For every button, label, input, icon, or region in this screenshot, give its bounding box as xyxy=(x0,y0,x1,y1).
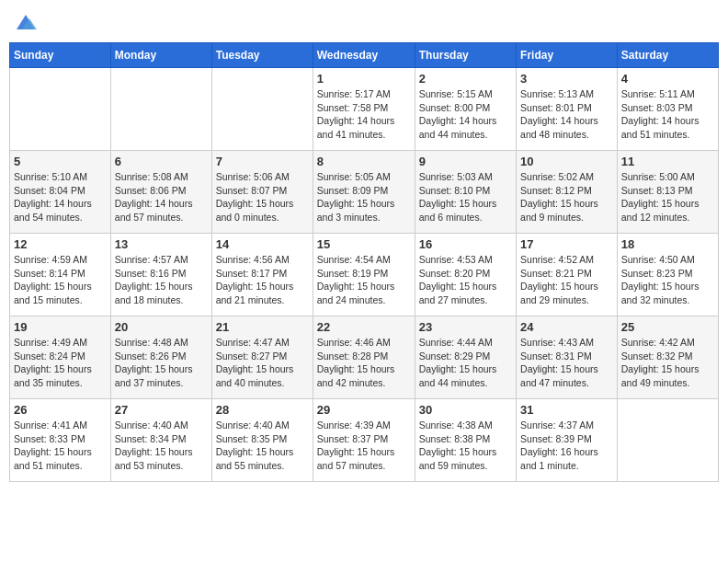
calendar-week-row: 12Sunrise: 4:59 AM Sunset: 8:14 PM Dayli… xyxy=(10,234,719,316)
day-number: 31 xyxy=(520,403,613,417)
day-info: Sunrise: 4:38 AM Sunset: 8:38 PM Dayligh… xyxy=(419,419,512,473)
calendar-cell: 29Sunrise: 4:39 AM Sunset: 8:37 PM Dayli… xyxy=(313,399,415,482)
day-number: 24 xyxy=(520,320,613,334)
calendar-cell xyxy=(10,68,111,151)
calendar-header-row: SundayMondayTuesdayWednesdayThursdayFrid… xyxy=(10,43,719,68)
logo xyxy=(13,9,42,35)
day-info: Sunrise: 4:39 AM Sunset: 8:37 PM Dayligh… xyxy=(317,419,411,473)
col-header-monday: Monday xyxy=(110,43,211,68)
day-info: Sunrise: 4:56 AM Sunset: 8:17 PM Dayligh… xyxy=(216,253,309,307)
day-number: 23 xyxy=(419,320,512,334)
calendar-table: SundayMondayTuesdayWednesdayThursdayFrid… xyxy=(9,42,719,482)
day-info: Sunrise: 4:50 AM Sunset: 8:23 PM Dayligh… xyxy=(621,253,714,307)
day-number: 11 xyxy=(621,155,714,168)
calendar-cell: 23Sunrise: 4:44 AM Sunset: 8:29 PM Dayli… xyxy=(415,316,516,399)
day-number: 19 xyxy=(14,320,107,334)
calendar-cell: 31Sunrise: 4:37 AM Sunset: 8:39 PM Dayli… xyxy=(517,399,618,482)
calendar-cell: 15Sunrise: 4:54 AM Sunset: 8:19 PM Dayli… xyxy=(313,234,415,316)
calendar-cell: 10Sunrise: 5:02 AM Sunset: 8:12 PM Dayli… xyxy=(517,151,618,234)
calendar-cell: 20Sunrise: 4:48 AM Sunset: 8:26 PM Dayli… xyxy=(110,316,211,399)
day-info: Sunrise: 4:59 AM Sunset: 8:14 PM Dayligh… xyxy=(14,253,107,307)
day-number: 25 xyxy=(621,320,714,334)
day-number: 30 xyxy=(419,403,512,417)
day-info: Sunrise: 4:42 AM Sunset: 8:32 PM Dayligh… xyxy=(621,336,714,390)
day-number: 10 xyxy=(520,155,613,168)
day-info: Sunrise: 4:43 AM Sunset: 8:31 PM Dayligh… xyxy=(520,336,613,390)
day-info: Sunrise: 4:37 AM Sunset: 8:39 PM Dayligh… xyxy=(520,419,613,473)
calendar-cell: 17Sunrise: 4:52 AM Sunset: 8:21 PM Dayli… xyxy=(517,234,618,316)
day-number: 28 xyxy=(216,403,309,417)
col-header-wednesday: Wednesday xyxy=(313,43,415,68)
calendar-week-row: 19Sunrise: 4:49 AM Sunset: 8:24 PM Dayli… xyxy=(10,316,719,399)
logo-icon xyxy=(13,9,39,35)
calendar-cell: 1Sunrise: 5:17 AM Sunset: 7:58 PM Daylig… xyxy=(313,68,415,151)
day-info: Sunrise: 4:40 AM Sunset: 8:35 PM Dayligh… xyxy=(216,419,309,473)
day-info: Sunrise: 4:57 AM Sunset: 8:16 PM Dayligh… xyxy=(115,253,208,307)
calendar-cell: 6Sunrise: 5:08 AM Sunset: 8:06 PM Daylig… xyxy=(110,151,211,234)
day-number: 6 xyxy=(115,155,208,168)
calendar-cell: 25Sunrise: 4:42 AM Sunset: 8:32 PM Dayli… xyxy=(617,316,718,399)
day-number: 4 xyxy=(621,72,714,86)
day-info: Sunrise: 4:48 AM Sunset: 8:26 PM Dayligh… xyxy=(115,336,208,390)
calendar-cell: 18Sunrise: 4:50 AM Sunset: 8:23 PM Dayli… xyxy=(617,234,718,316)
day-info: Sunrise: 5:06 AM Sunset: 8:07 PM Dayligh… xyxy=(216,170,309,224)
calendar-cell: 13Sunrise: 4:57 AM Sunset: 8:16 PM Dayli… xyxy=(110,234,211,316)
day-number: 8 xyxy=(317,155,411,168)
calendar-cell: 8Sunrise: 5:05 AM Sunset: 8:09 PM Daylig… xyxy=(313,151,415,234)
calendar-cell xyxy=(617,399,718,482)
day-number: 9 xyxy=(419,155,512,168)
day-info: Sunrise: 4:47 AM Sunset: 8:27 PM Dayligh… xyxy=(216,336,309,390)
day-number: 18 xyxy=(621,237,714,251)
day-info: Sunrise: 5:02 AM Sunset: 8:12 PM Dayligh… xyxy=(520,170,613,224)
day-number: 22 xyxy=(317,320,411,334)
day-info: Sunrise: 5:17 AM Sunset: 7:58 PM Dayligh… xyxy=(317,87,411,142)
calendar-cell: 19Sunrise: 4:49 AM Sunset: 8:24 PM Dayli… xyxy=(10,316,111,399)
day-info: Sunrise: 5:08 AM Sunset: 8:06 PM Dayligh… xyxy=(115,170,208,224)
day-info: Sunrise: 4:49 AM Sunset: 8:24 PM Dayligh… xyxy=(14,336,107,390)
day-info: Sunrise: 4:44 AM Sunset: 8:29 PM Dayligh… xyxy=(419,336,512,390)
calendar-cell: 26Sunrise: 4:41 AM Sunset: 8:33 PM Dayli… xyxy=(10,399,111,482)
day-number: 14 xyxy=(216,237,309,251)
calendar-cell: 22Sunrise: 4:46 AM Sunset: 8:28 PM Dayli… xyxy=(313,316,415,399)
day-info: Sunrise: 4:53 AM Sunset: 8:20 PM Dayligh… xyxy=(419,253,512,307)
day-number: 29 xyxy=(317,403,411,417)
calendar-cell: 28Sunrise: 4:40 AM Sunset: 8:35 PM Dayli… xyxy=(211,399,313,482)
day-number: 12 xyxy=(14,237,107,251)
calendar-cell: 3Sunrise: 5:13 AM Sunset: 8:01 PM Daylig… xyxy=(517,68,618,151)
col-header-saturday: Saturday xyxy=(617,43,718,68)
day-number: 21 xyxy=(216,320,309,334)
day-number: 3 xyxy=(520,72,613,86)
day-number: 16 xyxy=(419,237,512,251)
day-info: Sunrise: 5:15 AM Sunset: 8:00 PM Dayligh… xyxy=(419,87,512,142)
day-info: Sunrise: 5:05 AM Sunset: 8:09 PM Dayligh… xyxy=(317,170,411,224)
day-number: 13 xyxy=(115,237,208,251)
calendar-week-row: 1Sunrise: 5:17 AM Sunset: 7:58 PM Daylig… xyxy=(10,68,719,151)
calendar-cell: 24Sunrise: 4:43 AM Sunset: 8:31 PM Dayli… xyxy=(517,316,618,399)
calendar-cell: 7Sunrise: 5:06 AM Sunset: 8:07 PM Daylig… xyxy=(211,151,313,234)
day-info: Sunrise: 5:11 AM Sunset: 8:03 PM Dayligh… xyxy=(621,87,714,142)
day-number: 27 xyxy=(115,403,208,417)
calendar-cell: 2Sunrise: 5:15 AM Sunset: 8:00 PM Daylig… xyxy=(415,68,516,151)
day-info: Sunrise: 4:46 AM Sunset: 8:28 PM Dayligh… xyxy=(317,336,411,390)
calendar-cell: 21Sunrise: 4:47 AM Sunset: 8:27 PM Dayli… xyxy=(211,316,313,399)
col-header-thursday: Thursday xyxy=(415,43,516,68)
col-header-tuesday: Tuesday xyxy=(211,43,313,68)
day-info: Sunrise: 5:00 AM Sunset: 8:13 PM Dayligh… xyxy=(621,170,714,224)
col-header-sunday: Sunday xyxy=(10,43,111,68)
calendar-cell: 5Sunrise: 5:10 AM Sunset: 8:04 PM Daylig… xyxy=(10,151,111,234)
day-number: 15 xyxy=(317,237,411,251)
calendar-cell: 4Sunrise: 5:11 AM Sunset: 8:03 PM Daylig… xyxy=(617,68,718,151)
day-info: Sunrise: 5:03 AM Sunset: 8:10 PM Dayligh… xyxy=(419,170,512,224)
header xyxy=(9,9,719,35)
day-info: Sunrise: 4:52 AM Sunset: 8:21 PM Dayligh… xyxy=(520,253,613,307)
calendar-cell xyxy=(110,68,211,151)
day-info: Sunrise: 4:41 AM Sunset: 8:33 PM Dayligh… xyxy=(14,419,107,473)
calendar-cell: 12Sunrise: 4:59 AM Sunset: 8:14 PM Dayli… xyxy=(10,234,111,316)
day-number: 2 xyxy=(419,72,512,86)
calendar-cell: 11Sunrise: 5:00 AM Sunset: 8:13 PM Dayli… xyxy=(617,151,718,234)
day-info: Sunrise: 5:13 AM Sunset: 8:01 PM Dayligh… xyxy=(520,87,613,142)
day-info: Sunrise: 4:54 AM Sunset: 8:19 PM Dayligh… xyxy=(317,253,411,307)
day-number: 1 xyxy=(317,72,411,86)
calendar-week-row: 26Sunrise: 4:41 AM Sunset: 8:33 PM Dayli… xyxy=(10,399,719,482)
calendar-week-row: 5Sunrise: 5:10 AM Sunset: 8:04 PM Daylig… xyxy=(10,151,719,234)
